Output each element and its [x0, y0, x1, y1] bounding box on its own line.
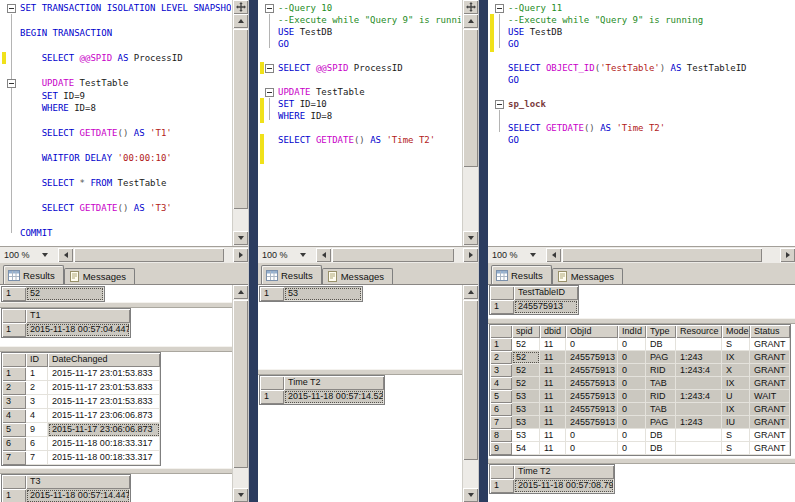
grid-cell[interactable]: GRANT — [750, 364, 790, 377]
collapse-toggle-icon[interactable] — [495, 4, 504, 13]
row-header[interactable]: 1 — [260, 390, 284, 404]
corner-header[interactable] — [490, 325, 512, 338]
grid-cell[interactable]: 0 — [618, 351, 646, 364]
grid-cell[interactable]: 245575913 — [514, 300, 578, 314]
scroll-down-icon[interactable] — [233, 231, 248, 245]
grid-cell[interactable]: U — [722, 390, 750, 403]
code-line[interactable]: SELECT * FROM TestTable — [0, 177, 231, 190]
column-header[interactable]: Status — [750, 325, 790, 338]
grid-cell[interactable]: 1:243:4 — [676, 364, 722, 377]
collapse-toggle-icon[interactable] — [265, 4, 274, 13]
column-header[interactable]: dbid — [540, 325, 566, 338]
column-header[interactable]: ID — [26, 353, 48, 367]
collapse-toggle-icon[interactable] — [7, 4, 16, 13]
code-editor[interactable]: SET TRANSACTION ISOLATION LEVEL SNAPSHOT… — [0, 0, 248, 246]
scroll-thumb[interactable] — [463, 29, 478, 167]
grid-cell[interactable] — [676, 403, 722, 416]
scroll-up-icon[interactable] — [233, 14, 248, 28]
row-header[interactable]: 7 — [2, 451, 26, 465]
grid-cell[interactable]: 11 — [540, 416, 566, 429]
scroll-left-icon[interactable] — [316, 248, 331, 262]
grid-cell[interactable]: 53 — [512, 403, 540, 416]
scroll-right-icon[interactable] — [463, 248, 478, 262]
tab-results[interactable]: Results — [491, 265, 552, 284]
scroll-up-icon[interactable] — [233, 285, 248, 299]
row-header[interactable]: 1 — [260, 287, 284, 301]
column-header[interactable]: spid — [512, 325, 540, 338]
code-line[interactable]: COMMIT — [0, 227, 231, 240]
grid-cell[interactable]: 2015-11-18 00:18:33.317 — [48, 437, 160, 451]
editor-horizontal-scrollbar[interactable] — [58, 248, 248, 263]
grid-cell[interactable]: 0 — [566, 442, 618, 455]
grid-cell[interactable]: GRANT — [750, 442, 790, 455]
zoom-dropdown-icon[interactable] — [42, 253, 48, 257]
grid-cell[interactable]: 2015-11-17 23:01:53.833 — [48, 381, 160, 395]
grid-cell[interactable] — [676, 338, 722, 351]
results-vertical-scrollbar[interactable] — [462, 285, 478, 502]
grid-cell[interactable] — [676, 429, 722, 442]
grid-cell[interactable]: 11 — [540, 377, 566, 390]
code-line[interactable]: GO — [488, 134, 778, 147]
code-line[interactable]: GO — [258, 38, 461, 51]
grid-cell[interactable]: 0 — [566, 338, 618, 351]
row-header[interactable]: 1 — [2, 323, 26, 337]
grid-cell[interactable]: DB — [646, 338, 676, 351]
row-header[interactable]: 5 — [2, 423, 26, 437]
grid-cell[interactable]: 52 — [512, 377, 540, 390]
grid-cell[interactable]: IX — [722, 377, 750, 390]
code-line[interactable]: GO — [488, 38, 778, 51]
row-header[interactable]: 5 — [490, 390, 512, 403]
corner-header[interactable] — [2, 475, 26, 489]
corner-header[interactable] — [2, 309, 26, 323]
code-line[interactable]: SELECT GETDATE() AS 'T1' — [0, 127, 231, 140]
scroll-left-icon[interactable] — [546, 248, 561, 262]
grid-cell[interactable]: RID — [646, 364, 676, 377]
scroll-right-icon[interactable] — [780, 248, 795, 262]
scroll-thumb[interactable] — [233, 300, 248, 468]
code-line[interactable]: WHERE ID=8 — [0, 102, 231, 115]
grid-cell[interactable]: 11 — [540, 429, 566, 442]
row-header[interactable]: 1 — [490, 479, 514, 493]
tab-messages[interactable]: Messages — [322, 268, 393, 284]
row-header[interactable]: 6 — [490, 403, 512, 416]
grid-cell[interactable]: 3 — [26, 395, 48, 409]
grid-cell[interactable]: GRANT — [750, 377, 790, 390]
grid-cell[interactable]: 2015-11-17 23:01:53.833 — [48, 395, 160, 409]
row-header[interactable]: 2 — [490, 351, 512, 364]
grid-cell[interactable]: 0 — [618, 338, 646, 351]
column-header[interactable]: ObjId — [566, 325, 618, 338]
scroll-up-icon[interactable] — [463, 14, 478, 28]
editor-horizontal-scrollbar[interactable] — [546, 248, 795, 263]
grid-cell[interactable]: 11 — [540, 403, 566, 416]
row-header[interactable]: 7 — [490, 416, 512, 429]
grid-cell[interactable]: 245575913 — [566, 390, 618, 403]
column-header[interactable]: Type — [646, 325, 676, 338]
grid-cell[interactable]: 1 — [26, 367, 48, 381]
grid-cell[interactable]: 52 — [512, 364, 540, 377]
grid-cell[interactable]: GRANT — [750, 338, 790, 351]
collapse-toggle-icon[interactable] — [265, 88, 274, 97]
row-header[interactable]: 1 — [2, 287, 26, 301]
zoom-level[interactable]: 100 % — [262, 250, 288, 260]
grid-cell[interactable]: 0 — [618, 403, 646, 416]
grid-cell[interactable]: 245575913 — [566, 364, 618, 377]
grid-cell[interactable]: S — [722, 429, 750, 442]
editor-vertical-scrollbar[interactable] — [462, 0, 478, 246]
grid-cell[interactable]: GRANT — [750, 351, 790, 364]
code-line[interactable]: SELECT @@SPID ProcessID — [258, 62, 461, 75]
grid-cell[interactable]: 0 — [618, 364, 646, 377]
row-header[interactable]: 1 — [490, 300, 514, 314]
code-line[interactable]: SELECT @@SPID AS ProcessID — [0, 52, 231, 65]
grid-cell[interactable]: IU — [722, 416, 750, 429]
grid-cell[interactable]: WAIT — [750, 390, 790, 403]
scroll-up-icon[interactable] — [463, 285, 478, 299]
grid-cell[interactable]: 0 — [618, 442, 646, 455]
grid-cell[interactable]: 0 — [618, 390, 646, 403]
grid-cell[interactable]: 52 — [512, 351, 540, 364]
scroll-right-icon[interactable] — [233, 248, 248, 262]
grid-cell[interactable]: S — [722, 338, 750, 351]
grid-cell[interactable]: 2015-11-18 00:57:04.447 — [26, 323, 130, 337]
grid-cell[interactable] — [676, 442, 722, 455]
row-header[interactable]: 2 — [2, 381, 26, 395]
grid-cell[interactable]: 0 — [566, 429, 618, 442]
